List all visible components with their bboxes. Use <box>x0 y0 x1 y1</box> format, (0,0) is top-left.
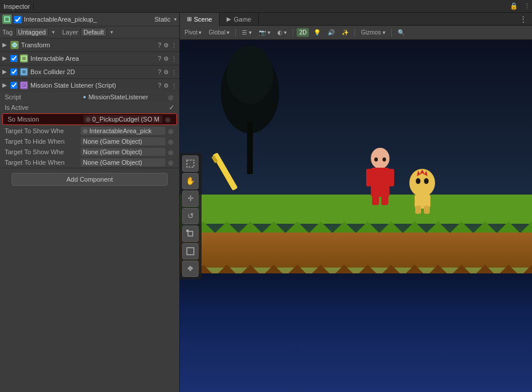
rotate-tool-btn[interactable]: ↺ <box>182 208 199 224</box>
mission-listener-checkbox[interactable] <box>11 82 18 89</box>
scene-tab-icon: ⊞ <box>187 16 192 22</box>
transform-more-btn[interactable]: ⋮ <box>171 42 177 48</box>
target-show2-label: Target To Show Whe <box>5 148 81 155</box>
move-tool-btn[interactable]: ✛ <box>182 190 199 207</box>
mission-listener-toggle-icon: ▶ <box>2 82 9 89</box>
gameobject-active-checkbox[interactable] <box>14 16 22 23</box>
svg-rect-36 <box>187 248 194 255</box>
mission-listener-help-btn[interactable]: ? <box>158 82 161 89</box>
mission-listener-settings-btn[interactable]: ⚙ <box>164 82 169 89</box>
render-mode-btn[interactable]: ☰ ▾ <box>239 28 254 37</box>
so-mission-value-text: 0_PickupCudgel (SO M <box>92 116 159 123</box>
gizmos-btn[interactable]: Gizmos ▾ <box>359 28 388 37</box>
toolbar-divider-2 <box>293 29 293 37</box>
platform-zigzag <box>180 221 532 233</box>
target-show1-btn[interactable]: ◎ <box>166 127 175 135</box>
layer-value[interactable]: Default <box>81 27 107 37</box>
global-btn[interactable]: Global ▾ <box>206 28 232 37</box>
scene-tab-label: Scene <box>194 16 212 23</box>
interactable-area-header[interactable]: ▶ Interactable Area ? ⚙ ⋮ <box>0 52 179 65</box>
lighting-btn[interactable]: 💡 <box>311 28 323 37</box>
layer-dropdown-arrow[interactable]: ▾ <box>110 29 113 35</box>
svg-rect-4 <box>22 56 26 61</box>
box-collider-checkbox[interactable] <box>11 68 18 75</box>
scene-tab[interactable]: ⊞ Scene <box>180 13 220 26</box>
audio-btn[interactable]: 🔊 <box>325 28 337 37</box>
script-prop-value: ● MissionStateListener <box>81 93 165 101</box>
svg-rect-14 <box>213 152 238 191</box>
transform-settings-btn[interactable]: ⚙ <box>164 42 169 48</box>
box-collider-more-btn[interactable]: ⋮ <box>171 69 177 75</box>
target-hide1-row: Target To Hide When None (Game Object) ◎ <box>0 136 179 147</box>
svg-point-16 <box>371 148 390 169</box>
add-component-button[interactable]: Add Component <box>12 173 168 186</box>
box-collider-help-btn[interactable]: ? <box>158 69 161 75</box>
transform-header[interactable]: ▶ Transform ? ⚙ ⋮ <box>0 39 179 51</box>
so-mission-target-btn[interactable]: ◎ <box>164 115 172 123</box>
interactable-area-toggle-icon: ▶ <box>2 55 9 62</box>
toolbar-divider-3 <box>354 29 355 37</box>
svg-marker-12 <box>180 221 532 233</box>
so-mission-prop-row[interactable]: So Mission ◎ 0_PickupCudgel (SO M ◎ <box>2 113 177 125</box>
so-mission-obj-icon: ◎ <box>86 116 91 122</box>
scene-camera-btn[interactable]: 📷 ▾ <box>256 28 273 37</box>
svg-rect-5 <box>22 70 26 74</box>
toolbar-divider-1 <box>235 29 236 37</box>
global-label: Global <box>208 29 225 36</box>
mission-state-listener-header[interactable]: ▶ Mission State Listener (Script) ? ⚙ ⋮ <box>0 79 179 92</box>
target-hide1-btn[interactable]: ◎ <box>166 137 175 145</box>
script-target-btn[interactable]: ◎ <box>166 93 175 101</box>
target-hide2-btn[interactable]: ◎ <box>166 158 175 166</box>
transform-all-btn[interactable]: ❖ <box>182 261 199 277</box>
script-value-text: MissionStateListener <box>88 93 148 100</box>
transform-help-btn[interactable]: ? <box>158 42 161 48</box>
interactable-area-checkbox[interactable] <box>11 55 18 62</box>
inspector-tab[interactable]: Inspector <box>0 3 34 10</box>
rect-tool-btn[interactable] <box>182 243 199 259</box>
lock-icon[interactable]: 🔒 <box>508 2 520 10</box>
more-options-icon[interactable]: ⋮ <box>522 2 532 10</box>
top-bar: Inspector 🔒 ⋮ <box>0 0 532 13</box>
interactable-area-actions: ? ⚙ ⋮ <box>158 55 177 62</box>
mission-listener-icon <box>20 81 28 89</box>
target-show1-row: Target To Show Whe ◎ InteractableArea_pi… <box>0 126 179 136</box>
svg-rect-6 <box>22 83 26 88</box>
pivot-btn[interactable]: Pivot ▾ <box>182 28 204 37</box>
target-hide1-label: Target To Hide When <box>5 138 81 145</box>
scale-tool-btn[interactable] <box>182 226 199 242</box>
target-hide2-row: Target To Hide When None (Game Object) ◎ <box>0 157 179 168</box>
target-show1-text: InteractableArea_pick <box>89 127 151 134</box>
target-show2-value: None (Game Object) <box>81 148 165 156</box>
box-collider-header[interactable]: ▶ Box Collider 2D ? ⚙ ⋮ <box>0 65 179 78</box>
2d-toggle-btn[interactable]: 2D <box>297 28 309 37</box>
is-active-checkmark: ✓ <box>169 103 175 112</box>
svg-rect-31 <box>415 206 421 214</box>
interactable-area-icon <box>20 54 28 63</box>
so-mission-label: So Mission <box>8 116 84 123</box>
tabs-more-btn[interactable]: ⋮ <box>514 15 532 24</box>
svg-rect-34 <box>188 231 193 236</box>
scene-toolbar: Pivot ▾ Global ▾ ☰ ▾ 📷 ▾ ◐ ▾ 2D 💡 🔊 ✨ Gi… <box>180 26 532 40</box>
svg-rect-11 <box>247 122 253 174</box>
fx-btn[interactable]: ✨ <box>339 28 351 37</box>
target-show1-label: Target To Show Whe <box>5 127 81 134</box>
search-scene-btn[interactable]: 🔍 <box>395 28 407 37</box>
box-collider-settings-btn[interactable]: ⚙ <box>164 69 169 75</box>
layer-label: Layer <box>62 29 78 36</box>
box-collider-toggle-icon: ▶ <box>2 68 9 75</box>
svg-rect-18 <box>372 195 379 205</box>
interactable-area-settings-btn[interactable]: ⚙ <box>164 55 169 62</box>
shading-mode-btn[interactable]: ◐ ▾ <box>275 28 290 37</box>
tag-dropdown-arrow[interactable]: ▾ <box>52 29 55 35</box>
mission-listener-more-btn[interactable]: ⋮ <box>171 82 177 89</box>
target-show2-btn[interactable]: ◎ <box>166 148 175 156</box>
interactable-area-more-btn[interactable]: ⋮ <box>171 55 177 62</box>
tag-layer-row: Tag Untagged ▾ Layer Default ▾ <box>0 26 179 39</box>
hand-tool-btn[interactable]: ✋ <box>182 173 199 189</box>
box-select-btn[interactable] <box>182 155 199 172</box>
interactable-area-help-btn[interactable]: ? <box>158 55 161 62</box>
gameobject-name: InteractableArea_pickup_ <box>24 16 152 23</box>
game-tab[interactable]: ▶ Game <box>220 13 259 26</box>
static-dropdown-arrow[interactable]: ▾ <box>174 16 177 22</box>
tag-value[interactable]: Untagged <box>15 27 49 37</box>
